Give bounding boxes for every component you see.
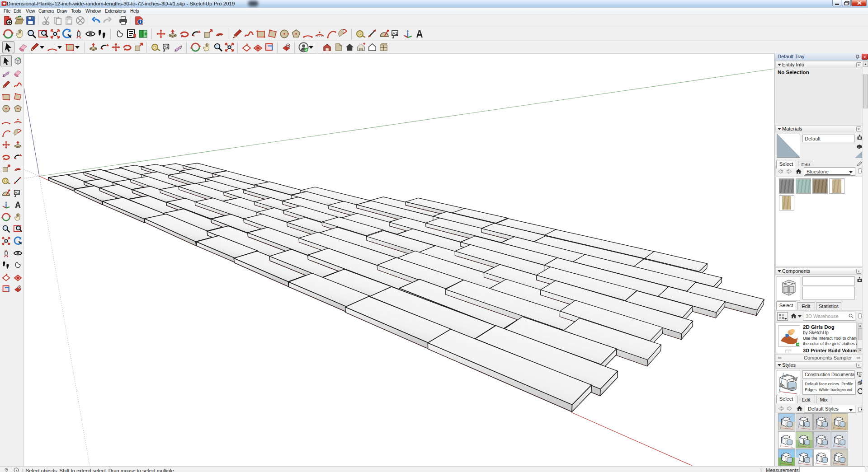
svg-text:A1: A1 (15, 190, 19, 194)
svg-text:A1: A1 (164, 44, 169, 49)
svg-text:A1: A1 (392, 31, 397, 36)
